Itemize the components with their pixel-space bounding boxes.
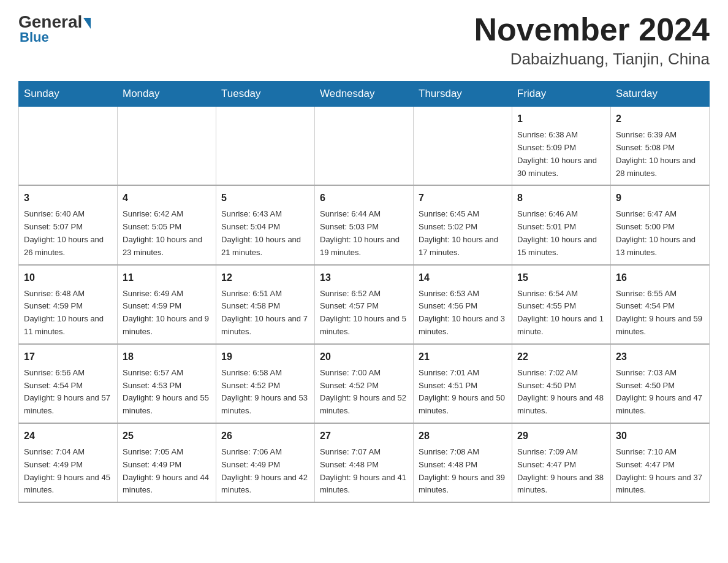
- calendar-cell: 28Sunrise: 7:08 AM Sunset: 4:48 PM Dayli…: [414, 423, 512, 502]
- day-number: 14: [419, 270, 507, 285]
- day-number: 27: [320, 429, 408, 443]
- calendar-cell: 27Sunrise: 7:07 AM Sunset: 4:48 PM Dayli…: [315, 423, 414, 502]
- weekday-header-monday: Monday: [118, 82, 216, 107]
- weekday-header-saturday: Saturday: [611, 82, 710, 107]
- day-info: Sunrise: 6:44 AM Sunset: 5:03 PM Dayligh…: [320, 208, 408, 259]
- day-info: Sunrise: 7:01 AM Sunset: 4:51 PM Dayligh…: [419, 367, 507, 418]
- weekday-header-wednesday: Wednesday: [315, 82, 414, 107]
- day-number: 9: [616, 191, 704, 205]
- day-number: 18: [123, 350, 211, 364]
- day-number: 20: [320, 350, 408, 364]
- title-area: November 2024 Dabaizhuang, Tianjin, Chin…: [474, 12, 710, 69]
- calendar-table: SundayMondayTuesdayWednesdayThursdayFrid…: [18, 81, 710, 503]
- day-info: Sunrise: 6:52 AM Sunset: 4:57 PM Dayligh…: [320, 288, 408, 339]
- day-number: 24: [24, 429, 112, 443]
- day-number: 2: [616, 112, 704, 126]
- calendar-cell: 20Sunrise: 7:00 AM Sunset: 4:52 PM Dayli…: [315, 344, 414, 423]
- day-info: Sunrise: 7:10 AM Sunset: 4:47 PM Dayligh…: [616, 446, 704, 497]
- day-info: Sunrise: 7:04 AM Sunset: 4:49 PM Dayligh…: [24, 446, 112, 497]
- calendar-cell: 19Sunrise: 6:58 AM Sunset: 4:52 PM Dayli…: [216, 344, 315, 423]
- day-info: Sunrise: 6:42 AM Sunset: 5:05 PM Dayligh…: [123, 208, 211, 259]
- day-info: Sunrise: 6:49 AM Sunset: 4:59 PM Dayligh…: [123, 288, 211, 339]
- calendar-cell: [118, 107, 216, 186]
- calendar-cell: [19, 107, 118, 186]
- day-info: Sunrise: 6:51 AM Sunset: 4:58 PM Dayligh…: [221, 288, 309, 339]
- calendar-cell: 14Sunrise: 6:53 AM Sunset: 4:56 PM Dayli…: [414, 265, 512, 344]
- day-info: Sunrise: 6:46 AM Sunset: 5:01 PM Dayligh…: [517, 208, 605, 259]
- day-number: 15: [517, 270, 605, 285]
- calendar-cell: [216, 107, 315, 186]
- week-row-2: 3Sunrise: 6:40 AM Sunset: 5:07 PM Daylig…: [19, 185, 710, 264]
- day-info: Sunrise: 6:54 AM Sunset: 4:55 PM Dayligh…: [517, 288, 605, 339]
- week-row-3: 10Sunrise: 6:48 AM Sunset: 4:59 PM Dayli…: [19, 265, 710, 344]
- calendar-cell: 11Sunrise: 6:49 AM Sunset: 4:59 PM Dayli…: [118, 265, 216, 344]
- day-number: 21: [419, 350, 507, 364]
- logo: General Blue: [18, 12, 91, 45]
- weekday-header-thursday: Thursday: [414, 82, 512, 107]
- day-info: Sunrise: 7:03 AM Sunset: 4:50 PM Dayligh…: [616, 367, 704, 418]
- weekday-header-sunday: Sunday: [19, 82, 118, 107]
- day-number: 11: [123, 270, 211, 285]
- day-number: 28: [419, 429, 507, 443]
- day-info: Sunrise: 7:09 AM Sunset: 4:47 PM Dayligh…: [517, 446, 605, 497]
- calendar-cell: [414, 107, 512, 186]
- calendar-cell: 15Sunrise: 6:54 AM Sunset: 4:55 PM Dayli…: [512, 265, 611, 344]
- calendar-cell: [315, 107, 414, 186]
- day-number: 13: [320, 270, 408, 285]
- day-info: Sunrise: 6:40 AM Sunset: 5:07 PM Dayligh…: [24, 208, 112, 259]
- day-info: Sunrise: 7:05 AM Sunset: 4:49 PM Dayligh…: [123, 446, 211, 497]
- calendar-cell: 2Sunrise: 6:39 AM Sunset: 5:08 PM Daylig…: [611, 107, 710, 186]
- calendar-cell: 16Sunrise: 6:55 AM Sunset: 4:54 PM Dayli…: [611, 265, 710, 344]
- calendar-cell: 29Sunrise: 7:09 AM Sunset: 4:47 PM Dayli…: [512, 423, 611, 502]
- day-info: Sunrise: 6:43 AM Sunset: 5:04 PM Dayligh…: [221, 208, 309, 259]
- month-year-title: November 2024: [474, 12, 710, 47]
- day-number: 29: [517, 429, 605, 443]
- calendar-cell: 21Sunrise: 7:01 AM Sunset: 4:51 PM Dayli…: [414, 344, 512, 423]
- day-number: 4: [123, 191, 211, 205]
- day-number: 23: [616, 350, 704, 364]
- calendar-cell: 13Sunrise: 6:52 AM Sunset: 4:57 PM Dayli…: [315, 265, 414, 344]
- calendar-cell: 22Sunrise: 7:02 AM Sunset: 4:50 PM Dayli…: [512, 344, 611, 423]
- day-info: Sunrise: 6:39 AM Sunset: 5:08 PM Dayligh…: [616, 129, 704, 180]
- calendar-cell: 6Sunrise: 6:44 AM Sunset: 5:03 PM Daylig…: [315, 185, 414, 264]
- weekday-header-tuesday: Tuesday: [216, 82, 315, 107]
- calendar-cell: 26Sunrise: 7:06 AM Sunset: 4:49 PM Dayli…: [216, 423, 315, 502]
- day-info: Sunrise: 6:38 AM Sunset: 5:09 PM Dayligh…: [517, 129, 605, 180]
- day-number: 1: [517, 112, 605, 126]
- week-row-5: 24Sunrise: 7:04 AM Sunset: 4:49 PM Dayli…: [19, 423, 710, 502]
- calendar-cell: 17Sunrise: 6:56 AM Sunset: 4:54 PM Dayli…: [19, 344, 118, 423]
- calendar-cell: 3Sunrise: 6:40 AM Sunset: 5:07 PM Daylig…: [19, 185, 118, 264]
- calendar-cell: 10Sunrise: 6:48 AM Sunset: 4:59 PM Dayli…: [19, 265, 118, 344]
- weekday-header-row: SundayMondayTuesdayWednesdayThursdayFrid…: [19, 82, 710, 107]
- day-number: 12: [221, 270, 309, 285]
- location-subtitle: Dabaizhuang, Tianjin, China: [474, 50, 710, 69]
- day-number: 3: [24, 191, 112, 205]
- day-info: Sunrise: 7:08 AM Sunset: 4:48 PM Dayligh…: [419, 446, 507, 497]
- calendar-cell: 24Sunrise: 7:04 AM Sunset: 4:49 PM Dayli…: [19, 423, 118, 502]
- week-row-1: 1Sunrise: 6:38 AM Sunset: 5:09 PM Daylig…: [19, 107, 710, 186]
- logo-arrow-icon: [83, 18, 91, 29]
- day-number: 7: [419, 191, 507, 205]
- header: General Blue November 2024 Dabaizhuang, …: [18, 12, 710, 69]
- day-info: Sunrise: 6:58 AM Sunset: 4:52 PM Dayligh…: [221, 367, 309, 418]
- day-info: Sunrise: 6:55 AM Sunset: 4:54 PM Dayligh…: [616, 288, 704, 339]
- calendar-cell: 30Sunrise: 7:10 AM Sunset: 4:47 PM Dayli…: [611, 423, 710, 502]
- week-row-4: 17Sunrise: 6:56 AM Sunset: 4:54 PM Dayli…: [19, 344, 710, 423]
- day-info: Sunrise: 6:45 AM Sunset: 5:02 PM Dayligh…: [419, 208, 507, 259]
- day-number: 6: [320, 191, 408, 205]
- day-info: Sunrise: 6:48 AM Sunset: 4:59 PM Dayligh…: [24, 288, 112, 339]
- day-info: Sunrise: 6:47 AM Sunset: 5:00 PM Dayligh…: [616, 208, 704, 259]
- calendar-cell: 23Sunrise: 7:03 AM Sunset: 4:50 PM Dayli…: [611, 344, 710, 423]
- day-number: 26: [221, 429, 309, 443]
- day-info: Sunrise: 7:02 AM Sunset: 4:50 PM Dayligh…: [517, 367, 605, 418]
- calendar-cell: 18Sunrise: 6:57 AM Sunset: 4:53 PM Dayli…: [118, 344, 216, 423]
- day-number: 17: [24, 350, 112, 364]
- day-info: Sunrise: 7:00 AM Sunset: 4:52 PM Dayligh…: [320, 367, 408, 418]
- day-number: 8: [517, 191, 605, 205]
- day-number: 5: [221, 191, 309, 205]
- calendar-cell: 1Sunrise: 6:38 AM Sunset: 5:09 PM Daylig…: [512, 107, 611, 186]
- calendar-cell: 5Sunrise: 6:43 AM Sunset: 5:04 PM Daylig…: [216, 185, 315, 264]
- logo-blue: Blue: [18, 29, 91, 45]
- day-number: 30: [616, 429, 704, 443]
- day-number: 22: [517, 350, 605, 364]
